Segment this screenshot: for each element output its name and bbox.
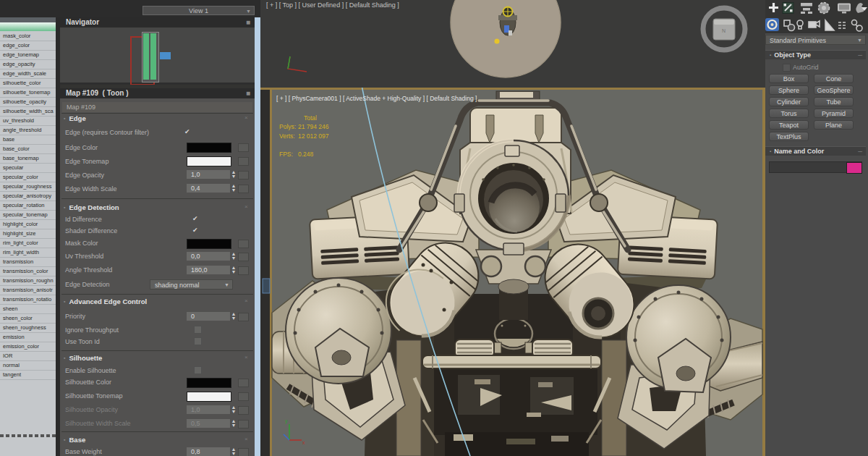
- svg-text:Polys:: Polys:: [279, 123, 296, 130]
- svg-text:y: y: [285, 418, 288, 424]
- svg-text:[ + ] [ PhysCamera001 ] [ Acti: [ + ] [ PhysCamera001 ] [ ActiveShade + …: [276, 95, 477, 102]
- svg-text:x: x: [302, 440, 305, 445]
- svg-text:0.248: 0.248: [298, 151, 314, 158]
- svg-text:[ + ] [ Top ] [ User Defined ]: [ + ] [ Top ] [ User Defined ] [ Default…: [266, 1, 399, 9]
- svg-text:N: N: [722, 28, 726, 33]
- svg-text:Verts:: Verts:: [279, 132, 295, 140]
- svg-text:FPS:: FPS:: [279, 151, 293, 158]
- svg-text:Total: Total: [304, 114, 317, 122]
- svg-text:21 794 246: 21 794 246: [298, 123, 329, 130]
- svg-text:12 012 097: 12 012 097: [298, 132, 329, 140]
